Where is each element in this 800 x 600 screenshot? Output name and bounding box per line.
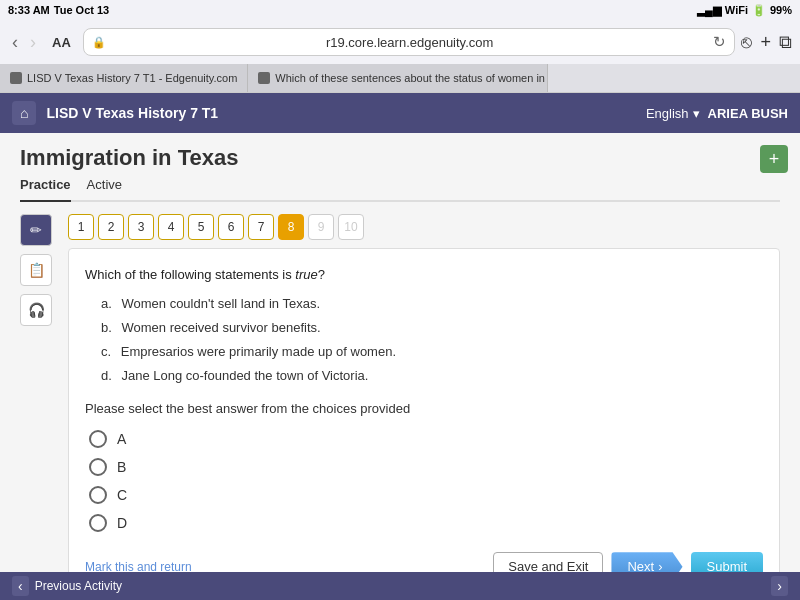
radio-label-d: D xyxy=(117,515,127,531)
home-button[interactable]: ⌂ xyxy=(12,101,36,125)
choice-c: c. Empresarios were primarily made up of… xyxy=(101,343,763,361)
url-text: r19.core.learn.edgenuity.com xyxy=(112,35,708,50)
time: 8:33 AM xyxy=(8,4,50,16)
sidebar-tools: ✏ 📋 🎧 xyxy=(20,214,56,598)
signal-icon: ▂▄▆ xyxy=(697,4,721,17)
tab2-label: Which of these sentences about the statu… xyxy=(275,72,548,84)
question-num-4[interactable]: 4 xyxy=(158,214,184,240)
prev-arrow-button[interactable]: ‹ xyxy=(12,576,29,596)
question-num-9: 9 xyxy=(308,214,334,240)
radio-circle-b xyxy=(89,458,107,476)
content-tabs: Practice Active xyxy=(20,177,780,202)
tabs-button[interactable]: ⧉ xyxy=(779,32,792,53)
wifi-icon: WiFi xyxy=(725,4,748,16)
question-num-3[interactable]: 3 xyxy=(128,214,154,240)
audio-tool[interactable]: 🎧 xyxy=(20,294,52,326)
radio-label-c: C xyxy=(117,487,127,503)
chevron-down-icon: ▾ xyxy=(693,106,700,121)
radio-label-a: A xyxy=(117,431,126,447)
choices-list: a. Women couldn't sell land in Texas. b.… xyxy=(101,295,763,386)
radio-circle-a xyxy=(89,430,107,448)
question-num-7[interactable]: 7 xyxy=(248,214,274,240)
clipboard-tool[interactable]: 📋 xyxy=(20,254,52,286)
question-panel: Which of the following statements is tru… xyxy=(68,248,780,598)
question-num-2[interactable]: 2 xyxy=(98,214,124,240)
bottom-bar: ‹ Previous Activity › xyxy=(0,572,800,600)
tab-active[interactable]: Active xyxy=(87,177,122,196)
tab-2[interactable]: Which of these sentences about the statu… xyxy=(248,64,548,92)
next-arrow-button[interactable]: › xyxy=(771,576,788,596)
back-button[interactable]: ‹ xyxy=(8,32,22,53)
tab-1[interactable]: LISD V Texas History 7 T1 - Edgenuity.co… xyxy=(0,64,248,92)
radio-option-c[interactable]: C xyxy=(89,486,763,504)
choice-d: d. Jane Long co-founded the town of Vict… xyxy=(101,367,763,385)
radio-circle-c xyxy=(89,486,107,504)
app-header: ⌂ LISD V Texas History 7 T1 English ▾ AR… xyxy=(0,93,800,133)
language-selector[interactable]: English ▾ xyxy=(646,106,700,121)
radio-label-b: B xyxy=(117,459,126,475)
question-num-10: 10 xyxy=(338,214,364,240)
question-stem: Which of the following statements is tru… xyxy=(85,265,763,285)
user-name: ARIEA BUSH xyxy=(708,106,788,121)
tab1-label: LISD V Texas History 7 T1 - Edgenuity.co… xyxy=(27,72,237,84)
previous-activity[interactable]: ‹ Previous Activity xyxy=(12,576,122,596)
main-content: + Immigration in Texas Practice Active ✏… xyxy=(0,133,800,600)
pencil-tool[interactable]: ✏ xyxy=(20,214,52,246)
question-num-1[interactable]: 1 xyxy=(68,214,94,240)
battery-icon: 🔋 xyxy=(752,4,766,17)
tab-practice[interactable]: Practice xyxy=(20,177,71,202)
tab2-favicon xyxy=(258,72,270,84)
radio-option-a[interactable]: A xyxy=(89,430,763,448)
forward-button[interactable]: › xyxy=(26,32,40,53)
radio-option-b[interactable]: B xyxy=(89,458,763,476)
choice-b: b. Women received survivor benefits. xyxy=(101,319,763,337)
share-button[interactable]: ⎋ xyxy=(741,32,752,53)
app-title: LISD V Texas History 7 T1 xyxy=(46,105,218,121)
question-num-5[interactable]: 5 xyxy=(188,214,214,240)
radio-option-d[interactable]: D xyxy=(89,514,763,532)
language-label: English xyxy=(646,106,689,121)
lock-icon: 🔒 xyxy=(92,36,106,49)
date: Tue Oct 13 xyxy=(54,4,109,16)
radio-circle-d xyxy=(89,514,107,532)
reader-button[interactable]: AA xyxy=(46,33,77,52)
status-bar: 8:33 AM Tue Oct 13 ▂▄▆ WiFi 🔋 99% xyxy=(0,0,800,20)
prev-activity-label: Previous Activity xyxy=(35,579,122,593)
address-bar: 🔒 r19.core.learn.edgenuity.com ↻ xyxy=(83,28,736,56)
question-numbers: 1 2 3 4 5 6 7 8 9 10 xyxy=(68,214,780,240)
radio-options: A B C D xyxy=(89,430,763,532)
browser-chrome: ‹ › AA 🔒 r19.core.learn.edgenuity.com ↻ … xyxy=(0,20,800,93)
question-num-8[interactable]: 8 xyxy=(278,214,304,240)
page-title: Immigration in Texas xyxy=(20,145,780,171)
question-num-6[interactable]: 6 xyxy=(218,214,244,240)
refresh-button[interactable]: ↻ xyxy=(713,33,726,51)
plus-button[interactable]: + xyxy=(760,145,788,173)
tab1-favicon xyxy=(10,72,22,84)
battery-percent: 99% xyxy=(770,4,792,16)
new-tab-button[interactable]: + xyxy=(760,32,771,53)
instruction-text: Please select the best answer from the c… xyxy=(85,401,763,416)
choice-a: a. Women couldn't sell land in Texas. xyxy=(101,295,763,313)
